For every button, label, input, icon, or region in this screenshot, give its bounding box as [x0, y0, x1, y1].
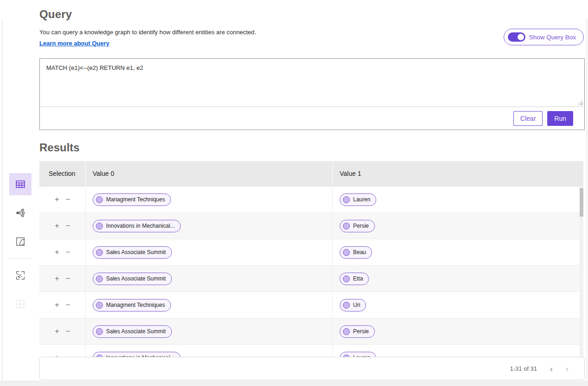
entity-chip-label: Etta: [353, 275, 363, 282]
entity-dot-icon: [343, 302, 350, 309]
toggle-knob: [518, 34, 524, 40]
add-row-button[interactable]: +: [53, 275, 61, 282]
entity-dot-icon: [96, 196, 103, 203]
previous-page-button[interactable]: ‹: [544, 364, 559, 373]
table-icon: [15, 179, 25, 189]
remove-row-button[interactable]: −: [64, 275, 72, 282]
value1-cell: Lauren: [333, 345, 583, 357]
entity-dot-icon: [96, 223, 103, 230]
remove-row-button[interactable]: −: [64, 222, 72, 230]
value0-cell: Sales Associate Summit: [86, 239, 333, 265]
entity-chip[interactable]: Sales Associate Summit: [93, 325, 172, 338]
table-view-button[interactable]: [9, 173, 32, 195]
scrollbar-thumb[interactable]: [580, 188, 583, 217]
add-row-button[interactable]: +: [53, 328, 61, 335]
entity-chip-label: Sales Associate Summit: [106, 275, 166, 282]
results-table: Selection Value 0 Value 1 + − Managment …: [39, 161, 583, 357]
query-description: You can query a knowledge graph to ident…: [39, 29, 256, 36]
selection-cell: + −: [39, 318, 86, 344]
entity-chip[interactable]: Persie: [340, 325, 375, 338]
entity-chip-label: Innovations in Mechanical...: [106, 223, 175, 229]
remove-row-button[interactable]: −: [64, 328, 72, 335]
value1-cell: Etta: [333, 266, 583, 292]
entity-chip-label: Managment Techniques: [106, 196, 165, 203]
table-header: Selection Value 0 Value 1: [39, 161, 583, 187]
entity-dot-icon: [343, 223, 350, 230]
entity-chip[interactable]: Etta: [340, 273, 369, 285]
add-row-button[interactable]: +: [53, 249, 61, 256]
entity-chip[interactable]: Managment Techniques: [93, 299, 171, 311]
query-input[interactable]: MATCH (e1)<--(e2) RETURN e1, e2: [40, 59, 584, 106]
value0-cell: Innovations in Mechanical...: [86, 213, 333, 239]
show-query-box-toggle[interactable]: Show Query Box: [504, 29, 584, 45]
entity-chip[interactable]: Innovations in Mechanical...: [93, 352, 181, 357]
entity-chip-label: Sales Associate Summit: [106, 249, 166, 255]
entity-dot-icon: [343, 328, 350, 335]
next-page-button[interactable]: ›: [559, 364, 575, 373]
selection-cell: + −: [39, 239, 86, 265]
entity-chip[interactable]: Uri: [340, 299, 366, 311]
entity-chip[interactable]: Innovations in Mechanical...: [93, 220, 181, 232]
run-button[interactable]: Run: [547, 111, 573, 126]
map-view-button[interactable]: [9, 230, 32, 253]
selection-cell: + −: [39, 345, 86, 357]
graph-nodes-icon: [15, 208, 25, 218]
entity-chip-label: Lauren: [353, 196, 370, 203]
entity-chip[interactable]: Lauren: [340, 193, 376, 206]
entity-chip[interactable]: Managment Techniques: [93, 193, 171, 206]
page-range-label: 1-31 of 31: [510, 365, 537, 372]
graph-view-button[interactable]: [9, 202, 32, 224]
entity-chip-label: Uri: [353, 302, 360, 308]
entity-chip[interactable]: Sales Associate Summit: [93, 273, 172, 285]
clear-button[interactable]: Clear: [513, 111, 543, 126]
table-row: + − Innovations in Mechanical... Lauren: [39, 345, 583, 357]
remove-row-button[interactable]: −: [64, 196, 72, 203]
table-scrollbar[interactable]: [580, 187, 583, 357]
column-header-value1[interactable]: Value 1: [333, 161, 583, 186]
query-box: MATCH (e1)<--(e2) RETURN e1, e2 Clear Ru…: [39, 58, 585, 130]
selection-cell: + −: [39, 292, 86, 318]
entity-chip[interactable]: Lauren: [340, 352, 376, 357]
plot-view-button[interactable]: [9, 264, 32, 286]
rail-divider: [9, 258, 32, 259]
column-header-value0[interactable]: Value 0: [86, 161, 333, 186]
entity-chip-label: Sales Associate Summit: [106, 328, 166, 335]
table-row: + − Managment Techniques Lauren: [39, 187, 583, 213]
entity-dot-icon: [96, 328, 103, 335]
entity-chip-label: Persie: [353, 223, 369, 229]
entity-dot-icon: [343, 196, 350, 203]
scatter-plot-icon: [15, 270, 25, 280]
value1-cell: Persie: [333, 318, 583, 344]
selection-cell: + −: [39, 213, 86, 239]
view-rail: [9, 173, 32, 316]
value1-cell: Beau: [333, 239, 583, 265]
extra-view-button-disabled: [9, 293, 32, 315]
add-row-button[interactable]: +: [53, 196, 61, 203]
entity-chip[interactable]: Persie: [340, 220, 375, 232]
remove-row-button[interactable]: −: [64, 249, 72, 256]
toggle-switch-icon[interactable]: [508, 32, 525, 42]
toggle-label: Show Query Box: [529, 34, 576, 41]
value1-cell: Persie: [333, 213, 583, 239]
entity-chip-label: Managment Techniques: [106, 302, 165, 308]
table-row: + − Sales Associate Summit Persie: [39, 318, 583, 345]
entity-chip[interactable]: Beau: [340, 246, 372, 259]
remove-row-button[interactable]: −: [64, 301, 72, 309]
selection-cell: + −: [39, 187, 86, 212]
learn-more-link[interactable]: Learn more about Query: [39, 40, 109, 47]
add-row-button[interactable]: +: [53, 301, 61, 309]
query-actions: Clear Run: [40, 107, 584, 130]
query-page: Query You can query a knowledge graph to…: [0, 0, 588, 386]
page-title: Query: [39, 8, 72, 21]
pagination-bar: 1-31 of 31 ‹ ›: [39, 357, 585, 380]
selection-cell: + −: [39, 266, 86, 292]
bottom-strip: [0, 380, 588, 386]
column-header-selection[interactable]: Selection: [39, 161, 86, 186]
query-textarea-wrap: MATCH (e1)<--(e2) RETURN e1, e2: [40, 59, 584, 107]
value0-cell: Managment Techniques: [86, 187, 333, 212]
value1-cell: Lauren: [333, 187, 583, 212]
entity-chip[interactable]: Sales Associate Summit: [93, 246, 172, 259]
right-panel-edge: [587, 19, 587, 386]
add-row-button[interactable]: +: [53, 222, 61, 230]
entity-dot-icon: [96, 249, 103, 256]
